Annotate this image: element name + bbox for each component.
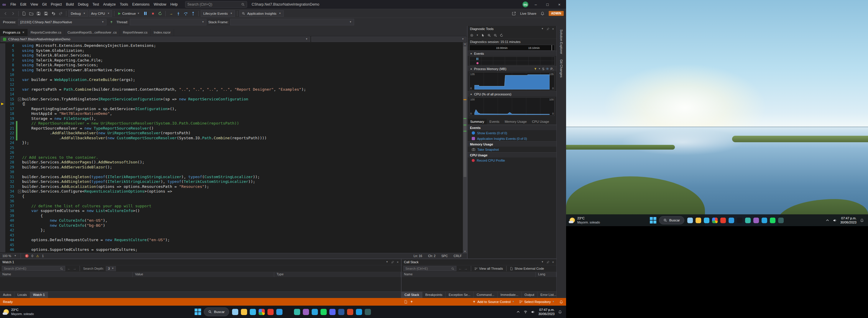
code-line[interactable]: 14	[0, 92, 463, 97]
menu-item[interactable]: Debug	[76, 1, 90, 7]
wifi-icon[interactable]	[524, 310, 527, 314]
column-header-lang[interactable]: Lang	[536, 272, 556, 277]
undo-icon[interactable]	[50, 10, 57, 17]
close-tab-icon[interactable]: ×	[22, 30, 25, 34]
pin-icon[interactable]	[546, 27, 550, 31]
fold-margin[interactable]	[18, 209, 22, 213]
code-line[interactable]: 32builder.Services.AddSingleton(typeof(I…	[0, 179, 463, 184]
zoom-in-icon[interactable]	[487, 34, 491, 37]
scroll-up-icon[interactable]: ▲	[463, 43, 467, 45]
fold-margin[interactable]	[18, 145, 22, 150]
bottom-panel-tab[interactable]: Breakpoints	[423, 292, 446, 298]
taskbar-app-obs-studio[interactable]	[777, 216, 785, 224]
navigate-forward-icon[interactable]	[10, 10, 16, 17]
taskbar-app-telegram[interactable]	[310, 308, 319, 316]
pin-icon[interactable]	[546, 260, 550, 264]
document-tab[interactable]: CustomReportS...ceResolver .cs ×	[65, 29, 120, 36]
glyph-margin[interactable]	[0, 68, 5, 73]
scrollbar-thumb[interactable]	[464, 46, 466, 177]
fold-margin[interactable]	[18, 58, 22, 63]
diagnostic-tab[interactable]: Summary	[468, 119, 487, 125]
code-line[interactable]: 6using Telerik.Blazor.Services;	[0, 53, 463, 58]
diagnostic-tab[interactable]: Memory Usage	[502, 119, 530, 125]
maximize-button[interactable]: □	[543, 2, 552, 7]
glyph-margin[interactable]	[0, 87, 5, 92]
glyph-margin[interactable]	[0, 77, 5, 82]
code-line[interactable]: 21 ReportSourceResolver = new TypeReport…	[0, 126, 463, 131]
glyph-margin[interactable]	[0, 243, 5, 248]
continue-button[interactable]: ▶ Continue ▼	[117, 10, 141, 17]
redo-icon[interactable]	[58, 10, 64, 17]
line-indicator[interactable]: Ln: 16	[414, 254, 422, 258]
restart-icon[interactable]	[157, 10, 163, 17]
next-result-icon[interactable]: →	[73, 267, 76, 270]
glyph-margin[interactable]	[0, 160, 5, 165]
spaces-indicator[interactable]: SPC	[441, 254, 448, 258]
settings-gear-icon[interactable]	[470, 34, 473, 37]
chevron-up-icon[interactable]	[516, 310, 520, 314]
previous-result-icon[interactable]: ←	[459, 267, 462, 270]
app-insights-events-item[interactable]: Application Insights Events (0 of 0)	[468, 136, 556, 141]
menu-item[interactable]: Test	[91, 1, 101, 7]
volume-icon[interactable]	[833, 218, 837, 222]
code-line[interactable]: 35{	[0, 194, 463, 199]
fold-margin[interactable]	[18, 213, 22, 218]
taskbar-search-box[interactable]: Buscar	[659, 216, 684, 224]
taskbar-app-spotify[interactable]	[319, 308, 328, 316]
code-line[interactable]: 29builder.Services.AddServerSideBlazor()…	[0, 165, 463, 170]
glyph-margin[interactable]	[0, 228, 5, 233]
lifecycle-suspend-icon[interactable]	[108, 19, 115, 25]
taskbar-app-telegram[interactable]	[761, 216, 769, 224]
eye-icon[interactable]	[546, 67, 549, 70]
taskbar-app-vscode[interactable]	[727, 216, 736, 224]
navigate-back-icon[interactable]	[2, 10, 9, 17]
fold-margin[interactable]	[18, 140, 22, 145]
glyph-margin[interactable]	[0, 116, 5, 121]
code-line[interactable]: 17 ReportingEngineConfiguration = sp.Get…	[0, 107, 463, 112]
previous-result-icon[interactable]: ←	[67, 267, 71, 270]
glyph-margin[interactable]	[0, 223, 5, 228]
taskbar-app-edge[interactable]	[249, 308, 257, 316]
fold-margin[interactable]	[18, 247, 22, 252]
code-line[interactable]: 36	[0, 199, 463, 204]
glyph-margin[interactable]	[0, 102, 5, 107]
fold-margin[interactable]	[18, 43, 22, 48]
code-line[interactable]: 11var builder = WebApplication.CreateBui…	[0, 77, 463, 82]
lifecycle-events-dropdown[interactable]: Lifecycle Events▼	[201, 10, 235, 17]
feedback-bell-icon[interactable]	[539, 10, 546, 17]
taskbar-app-chrome[interactable]	[257, 308, 266, 316]
pin-icon[interactable]	[391, 260, 394, 264]
code-line[interactable]: 27// Add services to the container.	[0, 155, 463, 160]
glyph-margin[interactable]	[0, 92, 5, 97]
taskbar-app-whatsapp[interactable]	[744, 216, 752, 224]
code-line[interactable]: 33builder.Services.AddLocalization(optio…	[0, 184, 463, 189]
project-dropdown[interactable]: CSharp.Net7.BlazorNativeIntegrationDemo …	[1, 36, 310, 42]
taskbar-app-word[interactable]	[337, 308, 346, 316]
menu-item[interactable]: Edit	[18, 1, 28, 7]
menu-item[interactable]: View	[28, 1, 40, 7]
code-line[interactable]: 23 .AddFallbackResolver(new CustomReport…	[0, 136, 463, 141]
code-line[interactable]: 15−builder.Services.TryAddSingleton<IRep…	[0, 97, 463, 102]
take-snapshot-item[interactable]: Take Snapshot	[468, 147, 556, 152]
fold-margin[interactable]	[18, 155, 22, 160]
glyph-margin[interactable]	[0, 155, 5, 160]
glyph-margin[interactable]	[0, 209, 5, 213]
taskbar-app-outlook[interactable]	[355, 308, 364, 316]
live-share-label[interactable]: Live Share	[520, 12, 536, 15]
glyph-margin[interactable]	[0, 131, 5, 136]
glyph-margin[interactable]	[0, 111, 5, 116]
show-events-item[interactable]: Show Events (0 of 0)	[468, 130, 556, 136]
watch-tab[interactable]: Autos	[0, 292, 14, 298]
close-panel-icon[interactable]: ×	[397, 260, 399, 264]
thread-dropdown[interactable]: ▼	[130, 19, 206, 25]
code-line[interactable]: 12	[0, 82, 463, 87]
stack-frame-dropdown[interactable]: ▼	[230, 19, 354, 25]
code-line[interactable]: 42 };	[0, 228, 463, 233]
glyph-margin[interactable]	[0, 63, 5, 68]
fold-margin[interactable]	[18, 204, 22, 209]
code-line[interactable]: 13var reportsPath = Path.Combine(builder…	[0, 87, 463, 92]
open-file-icon[interactable]	[28, 10, 34, 17]
glyph-margin[interactable]	[0, 145, 5, 150]
diagnostic-tab[interactable]: Events	[487, 119, 502, 125]
watch-grid-body[interactable]	[0, 277, 401, 291]
